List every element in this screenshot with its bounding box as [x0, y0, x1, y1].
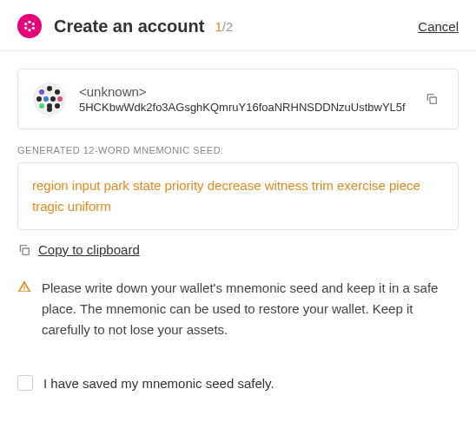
svg-point-9	[55, 89, 60, 95]
copy-clipboard-button[interactable]: Copy to clipboard	[17, 242, 459, 257]
svg-point-13	[57, 96, 63, 102]
warning-box: Please write down your wallet's mnemonic…	[17, 278, 459, 340]
svg-point-11	[43, 96, 49, 102]
svg-point-1	[28, 29, 30, 31]
svg-point-2	[24, 23, 27, 25]
warning-icon	[17, 280, 31, 340]
saved-seed-label: I have saved my mnemonic seed safely.	[43, 376, 274, 391]
svg-point-8	[39, 89, 44, 95]
seed-label: GENERATED 12-WORD MNEMONIC SEED:	[17, 145, 459, 155]
svg-point-5	[32, 27, 35, 30]
step-current: 1	[215, 19, 221, 34]
cancel-button[interactable]: Cancel	[418, 19, 459, 34]
identicon-icon	[32, 82, 67, 116]
polkadot-logo-icon	[17, 14, 42, 38]
svg-point-7	[47, 86, 52, 91]
svg-point-3	[32, 23, 35, 25]
svg-point-4	[24, 27, 27, 30]
svg-point-0	[28, 21, 30, 23]
content: <unknown> 5HCKbwWdk2fo3AGsghKQmruY16foaN…	[0, 51, 476, 408]
confirm-row: I have saved my mnemonic seed safely.	[17, 375, 459, 391]
account-address: 5HCKbwWdk2fo3AGsghKQmruY16foaNRHNSDDNzuU…	[79, 101, 407, 114]
page-title: Create an account	[54, 16, 204, 36]
svg-point-17	[47, 107, 52, 112]
svg-point-16	[55, 103, 60, 109]
svg-point-12	[50, 96, 56, 102]
copy-address-button[interactable]	[420, 87, 444, 111]
svg-rect-19	[23, 248, 29, 254]
copy-clipboard-label: Copy to clipboard	[38, 242, 140, 257]
warning-text: Please write down your wallet's mnemonic…	[42, 278, 459, 340]
account-name: <unknown>	[79, 84, 407, 99]
header: Create an account 1/2 Cancel	[0, 0, 476, 51]
copy-icon	[17, 243, 31, 257]
step-indicator: 1/2	[215, 19, 233, 34]
mnemonic-seed: region input park state priority decreas…	[17, 162, 459, 230]
account-card: <unknown> 5HCKbwWdk2fo3AGsghKQmruY16foaN…	[17, 69, 459, 129]
svg-point-10	[36, 96, 42, 102]
svg-rect-18	[430, 97, 436, 103]
saved-seed-checkbox[interactable]	[17, 375, 33, 391]
svg-point-14	[39, 103, 44, 109]
account-info: <unknown> 5HCKbwWdk2fo3AGsghKQmruY16foaN…	[79, 84, 407, 114]
step-total: /2	[222, 19, 234, 34]
